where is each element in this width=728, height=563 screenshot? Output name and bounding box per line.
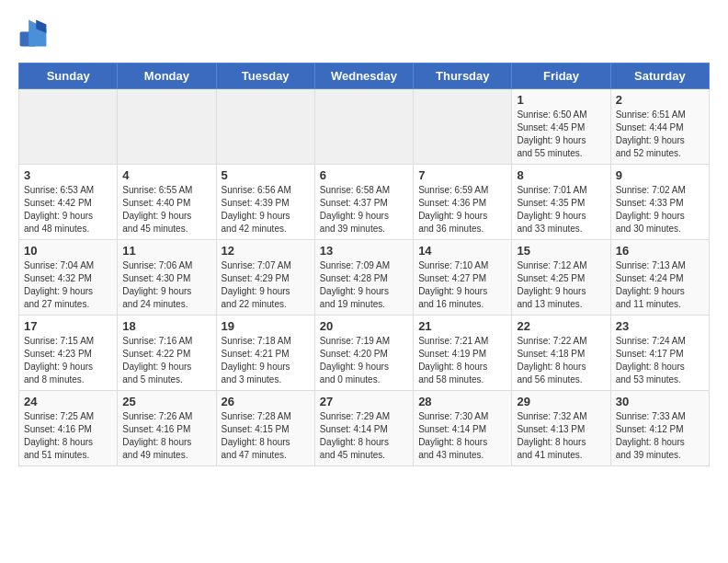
day-info: Sunrise: 7:19 AM Sunset: 4:20 PM Dayligh… — [320, 335, 408, 386]
day-number: 12 — [222, 244, 310, 258]
day-info: Sunrise: 7:02 AM Sunset: 4:33 PM Dayligh… — [616, 184, 704, 236]
day-number: 8 — [517, 168, 605, 182]
day-info: Sunrise: 7:06 AM Sunset: 4:30 PM Dayligh… — [122, 259, 210, 311]
calendar-cell — [314, 89, 413, 165]
page-header — [18, 18, 710, 48]
weekday-header: Monday — [118, 63, 216, 89]
day-info: Sunrise: 7:29 AM Sunset: 4:14 PM Dayligh… — [320, 410, 408, 462]
calendar-week-row: 3Sunrise: 6:53 AM Sunset: 4:42 PM Daylig… — [19, 165, 710, 240]
calendar-cell: 23Sunrise: 7:24 AM Sunset: 4:17 PM Dayli… — [610, 316, 709, 391]
day-number: 27 — [320, 395, 408, 408]
day-number: 16 — [616, 244, 704, 258]
day-info: Sunrise: 7:09 AM Sunset: 4:28 PM Dayligh… — [320, 259, 408, 311]
day-info: Sunrise: 7:26 AM Sunset: 4:16 PM Dayligh… — [122, 410, 210, 462]
weekday-header: Thursday — [414, 63, 512, 89]
calendar-cell: 19Sunrise: 7:18 AM Sunset: 4:21 PM Dayli… — [216, 316, 314, 391]
day-number: 3 — [24, 168, 112, 182]
calendar-table: SundayMondayTuesdayWednesdayThursdayFrid… — [18, 63, 710, 466]
day-number: 14 — [418, 244, 506, 258]
day-number: 24 — [24, 395, 112, 408]
calendar-week-row: 17Sunrise: 7:15 AM Sunset: 4:23 PM Dayli… — [19, 316, 710, 391]
day-info: Sunrise: 7:25 AM Sunset: 4:16 PM Dayligh… — [24, 410, 112, 462]
day-info: Sunrise: 7:12 AM Sunset: 4:25 PM Dayligh… — [517, 259, 605, 311]
day-number: 21 — [418, 319, 506, 333]
day-info: Sunrise: 7:33 AM Sunset: 4:12 PM Dayligh… — [616, 410, 704, 462]
calendar-cell — [414, 89, 512, 165]
calendar-cell: 1Sunrise: 6:50 AM Sunset: 4:45 PM Daylig… — [512, 89, 610, 165]
calendar-cell: 17Sunrise: 7:15 AM Sunset: 4:23 PM Dayli… — [19, 316, 118, 391]
day-info: Sunrise: 7:15 AM Sunset: 4:23 PM Dayligh… — [24, 335, 112, 386]
day-info: Sunrise: 7:21 AM Sunset: 4:19 PM Dayligh… — [418, 335, 506, 386]
calendar-cell: 3Sunrise: 6:53 AM Sunset: 4:42 PM Daylig… — [19, 165, 118, 240]
day-number: 23 — [616, 319, 704, 333]
day-info: Sunrise: 7:22 AM Sunset: 4:18 PM Dayligh… — [517, 335, 605, 386]
calendar-body: 1Sunrise: 6:50 AM Sunset: 4:45 PM Daylig… — [19, 89, 710, 466]
day-number: 9 — [616, 168, 704, 182]
weekday-row: SundayMondayTuesdayWednesdayThursdayFrid… — [19, 63, 710, 89]
calendar-week-row: 1Sunrise: 6:50 AM Sunset: 4:45 PM Daylig… — [19, 89, 710, 165]
day-number: 2 — [616, 93, 704, 107]
page-container: SundayMondayTuesdayWednesdayThursdayFrid… — [0, 0, 728, 476]
day-info: Sunrise: 6:53 AM Sunset: 4:42 PM Dayligh… — [24, 184, 112, 236]
day-number: 25 — [122, 395, 210, 408]
day-number: 17 — [24, 319, 112, 333]
day-info: Sunrise: 7:07 AM Sunset: 4:29 PM Dayligh… — [222, 259, 310, 311]
day-number: 10 — [24, 244, 112, 258]
day-number: 7 — [418, 168, 506, 182]
day-number: 4 — [122, 168, 210, 182]
calendar-cell: 26Sunrise: 7:28 AM Sunset: 4:15 PM Dayli… — [216, 391, 314, 466]
day-number: 29 — [517, 395, 605, 408]
calendar-cell: 4Sunrise: 6:55 AM Sunset: 4:40 PM Daylig… — [118, 165, 216, 240]
calendar-header: SundayMondayTuesdayWednesdayThursdayFrid… — [19, 63, 710, 89]
calendar-cell — [19, 89, 118, 165]
calendar-cell: 24Sunrise: 7:25 AM Sunset: 4:16 PM Dayli… — [19, 391, 118, 466]
day-number: 5 — [222, 168, 310, 182]
weekday-header: Saturday — [610, 63, 709, 89]
calendar-cell: 16Sunrise: 7:13 AM Sunset: 4:24 PM Dayli… — [610, 240, 709, 316]
calendar-cell: 9Sunrise: 7:02 AM Sunset: 4:33 PM Daylig… — [610, 165, 709, 240]
day-number: 26 — [222, 395, 310, 408]
day-info: Sunrise: 6:59 AM Sunset: 4:36 PM Dayligh… — [418, 184, 506, 236]
calendar-cell: 20Sunrise: 7:19 AM Sunset: 4:20 PM Dayli… — [314, 316, 413, 391]
calendar-cell: 6Sunrise: 6:58 AM Sunset: 4:37 PM Daylig… — [314, 165, 413, 240]
day-info: Sunrise: 7:13 AM Sunset: 4:24 PM Dayligh… — [616, 259, 704, 311]
calendar-cell: 21Sunrise: 7:21 AM Sunset: 4:19 PM Dayli… — [414, 316, 512, 391]
day-info: Sunrise: 6:50 AM Sunset: 4:45 PM Dayligh… — [517, 109, 605, 160]
calendar-cell: 11Sunrise: 7:06 AM Sunset: 4:30 PM Dayli… — [118, 240, 216, 316]
calendar-cell: 7Sunrise: 6:59 AM Sunset: 4:36 PM Daylig… — [414, 165, 512, 240]
weekday-header: Tuesday — [216, 63, 314, 89]
calendar-cell: 13Sunrise: 7:09 AM Sunset: 4:28 PM Dayli… — [314, 240, 413, 316]
weekday-header: Wednesday — [314, 63, 413, 89]
calendar-cell: 10Sunrise: 7:04 AM Sunset: 4:32 PM Dayli… — [19, 240, 118, 316]
day-info: Sunrise: 7:10 AM Sunset: 4:27 PM Dayligh… — [418, 259, 506, 311]
day-info: Sunrise: 7:04 AM Sunset: 4:32 PM Dayligh… — [24, 259, 112, 311]
calendar-cell: 30Sunrise: 7:33 AM Sunset: 4:12 PM Dayli… — [610, 391, 709, 466]
weekday-header: Sunday — [19, 63, 118, 89]
calendar-cell: 29Sunrise: 7:32 AM Sunset: 4:13 PM Dayli… — [512, 391, 610, 466]
calendar-cell: 2Sunrise: 6:51 AM Sunset: 4:44 PM Daylig… — [610, 89, 709, 165]
day-number: 15 — [517, 244, 605, 258]
day-info: Sunrise: 7:18 AM Sunset: 4:21 PM Dayligh… — [222, 335, 310, 386]
calendar-week-row: 24Sunrise: 7:25 AM Sunset: 4:16 PM Dayli… — [19, 391, 710, 466]
day-info: Sunrise: 6:51 AM Sunset: 4:44 PM Dayligh… — [616, 109, 704, 160]
calendar-cell: 28Sunrise: 7:30 AM Sunset: 4:14 PM Dayli… — [414, 391, 512, 466]
day-number: 13 — [320, 244, 408, 258]
calendar-cell: 14Sunrise: 7:10 AM Sunset: 4:27 PM Dayli… — [414, 240, 512, 316]
weekday-header: Friday — [512, 63, 610, 89]
calendar-cell: 5Sunrise: 6:56 AM Sunset: 4:39 PM Daylig… — [216, 165, 314, 240]
day-number: 11 — [122, 244, 210, 258]
calendar-cell: 15Sunrise: 7:12 AM Sunset: 4:25 PM Dayli… — [512, 240, 610, 316]
day-info: Sunrise: 7:01 AM Sunset: 4:35 PM Dayligh… — [517, 184, 605, 236]
calendar-cell: 27Sunrise: 7:29 AM Sunset: 4:14 PM Dayli… — [314, 391, 413, 466]
day-info: Sunrise: 6:58 AM Sunset: 4:37 PM Dayligh… — [320, 184, 408, 236]
day-number: 6 — [320, 168, 408, 182]
day-number: 18 — [122, 319, 210, 333]
day-number: 20 — [320, 319, 408, 333]
day-number: 19 — [222, 319, 310, 333]
calendar-cell: 12Sunrise: 7:07 AM Sunset: 4:29 PM Dayli… — [216, 240, 314, 316]
calendar-cell: 18Sunrise: 7:16 AM Sunset: 4:22 PM Dayli… — [118, 316, 216, 391]
day-info: Sunrise: 7:28 AM Sunset: 4:15 PM Dayligh… — [222, 410, 310, 462]
calendar-cell: 8Sunrise: 7:01 AM Sunset: 4:35 PM Daylig… — [512, 165, 610, 240]
day-info: Sunrise: 6:55 AM Sunset: 4:40 PM Dayligh… — [122, 184, 210, 236]
day-number: 1 — [517, 93, 605, 107]
